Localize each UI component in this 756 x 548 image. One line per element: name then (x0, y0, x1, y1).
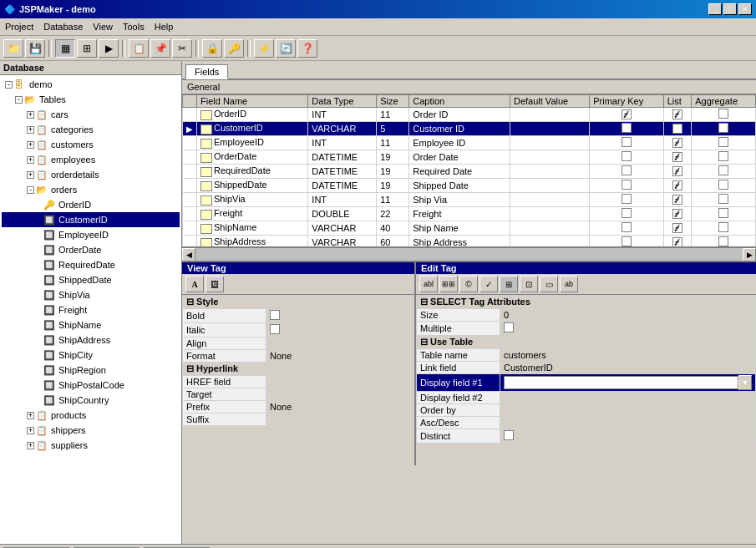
table-row[interactable]: ShipNameVARCHAR40Ship Name✓ (183, 221, 756, 236)
aggregate-cell[interactable] (692, 136, 756, 150)
aggregate-cell[interactable] (692, 221, 756, 236)
aggregate-cell[interactable] (692, 236, 756, 248)
tree-node-products[interactable]: + 📋 products (2, 408, 180, 423)
edit-tag-btn-2[interactable]: ⊞⊞ (439, 276, 458, 292)
expand-demo[interactable]: - (5, 81, 13, 89)
tree-node-orderdate[interactable]: 🔲 OrderDate (2, 242, 180, 257)
edit-tag-btn-7[interactable]: ▭ (540, 276, 558, 292)
maximize-button[interactable]: □ (723, 3, 737, 15)
displayfield1-row[interactable]: Display field #1 CompanyName ▼ (417, 374, 756, 392)
tree-node-requireddate[interactable]: 🔲 RequiredDate (2, 257, 180, 272)
list-cell[interactable]: ✓ (663, 179, 692, 193)
tree-node-demo[interactable]: - 🗄 demo (2, 77, 180, 92)
toolbar-btn-paste[interactable]: 📌 (150, 39, 170, 58)
tree-node-tables[interactable]: - 📂 Tables (2, 92, 180, 107)
toolbar-btn-help[interactable]: ❓ (297, 39, 317, 58)
menu-database[interactable]: Database (38, 20, 88, 33)
table-row[interactable]: ShipAddressVARCHAR60Ship Address✓ (183, 236, 756, 248)
aggregate-cell[interactable] (692, 179, 756, 193)
tree-node-categories[interactable]: + 📋 categories (2, 122, 180, 137)
edit-tag-btn-4[interactable]: ✓ (479, 276, 498, 292)
scroll-right-btn[interactable]: ▶ (743, 248, 756, 261)
toolbar-btn-cut[interactable]: ✂ (172, 39, 192, 58)
italic-checkbox[interactable] (270, 324, 280, 334)
primary-key-cell[interactable] (590, 221, 663, 236)
tree-node-customers[interactable]: + 📋 customers (2, 137, 180, 152)
expand-orders[interactable]: - (27, 186, 34, 194)
list-cell[interactable]: ✓ (663, 108, 692, 122)
list-cell[interactable]: ✓ (663, 193, 692, 207)
toolbar-btn-generate[interactable]: ⚡ (254, 39, 274, 58)
expand-products[interactable]: + (27, 412, 34, 419)
tree-node-suppliers[interactable]: + 📋 suppliers (2, 438, 180, 453)
table-row[interactable]: ShippedDateDATETIME19Shipped Date✓ (183, 179, 756, 193)
close-button[interactable]: ✕ (738, 3, 752, 15)
tree-node-shipcountry[interactable]: 🔲 ShipCountry (2, 393, 180, 408)
list-cell[interactable]: ✓ (663, 221, 692, 236)
expand-suppliers[interactable]: + (27, 442, 34, 449)
table-row[interactable]: FreightDOUBLE22Freight✓ (183, 207, 756, 221)
bold-checkbox[interactable] (270, 310, 280, 320)
toolbar-btn-refresh[interactable]: 🔄 (276, 39, 296, 58)
primary-key-cell[interactable] (590, 150, 663, 165)
table-row[interactable]: ShipViaINT11Ship Via✓ (183, 193, 756, 207)
tree-node-employees[interactable]: + 📋 employees (2, 152, 180, 167)
edit-tag-btn-6[interactable]: ⊡ (520, 276, 538, 292)
aggregate-cell[interactable] (692, 207, 756, 221)
view-tag-btn-text[interactable]: A (185, 276, 204, 292)
expand-employees[interactable]: + (27, 156, 34, 164)
horizontal-scrollbar[interactable]: ◀ ▶ (182, 247, 756, 261)
tree-node-employeeid[interactable]: 🔲 EmployeeID (2, 227, 180, 242)
edit-tag-btn-1[interactable]: abl (419, 276, 438, 292)
aggregate-cell[interactable] (692, 122, 756, 136)
tree-node-shipcity[interactable]: 🔲 ShipCity (2, 348, 180, 363)
tree-node-shippeddate[interactable]: 🔲 ShippedDate (2, 272, 180, 287)
view-tag-btn-image[interactable]: 🖼 (205, 276, 224, 292)
table-row[interactable]: ▶CustomerIDVARCHAR5Customer ID✓ (183, 122, 756, 136)
tree-node-shipaddress[interactable]: 🔲 ShipAddress (2, 332, 180, 348)
table-row[interactable]: EmployeeIDINT11Employee ID✓ (183, 136, 756, 150)
tree-node-orders[interactable]: - 📂 orders (2, 182, 180, 197)
expand-tables[interactable]: - (15, 96, 23, 104)
toolbar-btn-2[interactable]: 💾 (25, 39, 45, 58)
primary-key-cell[interactable] (590, 165, 663, 179)
menu-view[interactable]: View (88, 20, 118, 33)
displayfield1-dropdown-btn[interactable]: ▼ (738, 375, 752, 390)
menu-help[interactable]: Help (150, 20, 179, 33)
tree-node-orderid[interactable]: 🔑 OrderID (2, 197, 180, 212)
toolbar-btn-copy[interactable]: 📋 (129, 39, 149, 58)
aggregate-cell[interactable] (692, 165, 756, 179)
list-cell[interactable]: ✓ (663, 165, 692, 179)
menu-project[interactable]: Project (0, 20, 38, 33)
tab-fields[interactable]: Fields (185, 64, 228, 79)
edit-tag-btn-5[interactable]: ⊞ (500, 276, 518, 292)
primary-key-cell[interactable] (590, 136, 663, 150)
list-cell[interactable]: ✓ (663, 150, 692, 165)
tree-node-shipvia[interactable]: 🔲 ShipVia (2, 287, 180, 302)
minimize-button[interactable]: _ (708, 3, 722, 15)
tree-node-customerid[interactable]: 🔲 CustomerID (2, 212, 180, 227)
toolbar-btn-table[interactable]: ▦ (55, 39, 75, 58)
expand-customers[interactable]: + (27, 141, 34, 149)
primary-key-cell[interactable] (590, 193, 663, 207)
primary-key-cell[interactable] (590, 236, 663, 248)
toolbar-btn-key[interactable]: 🔑 (224, 39, 244, 58)
list-cell[interactable]: ✓ (663, 136, 692, 150)
toolbar-btn-grid[interactable]: ⊞ (77, 39, 97, 58)
distinct-checkbox[interactable] (504, 430, 514, 440)
expand-shippers[interactable]: + (27, 427, 34, 434)
table-row[interactable]: RequiredDateDATETIME19Required Date✓ (183, 165, 756, 179)
primary-key-cell[interactable]: ✓ (590, 108, 663, 122)
toolbar-btn-lock[interactable]: 🔒 (202, 39, 222, 58)
aggregate-cell[interactable] (692, 150, 756, 165)
list-cell[interactable]: ✓ (663, 236, 692, 248)
menu-tools[interactable]: Tools (118, 20, 150, 33)
scroll-track[interactable] (195, 248, 743, 261)
table-row[interactable]: OrderIDINT11Order ID✓✓ (183, 108, 756, 122)
displayfield1-dropdown[interactable]: CompanyName ▼ (504, 375, 752, 390)
list-cell[interactable]: ✓ (663, 207, 692, 221)
aggregate-cell[interactable] (692, 108, 756, 122)
edit-tag-btn-3[interactable]: © (459, 276, 478, 292)
tree-node-freight[interactable]: 🔲 Freight (2, 302, 180, 317)
primary-key-cell[interactable] (590, 122, 663, 136)
